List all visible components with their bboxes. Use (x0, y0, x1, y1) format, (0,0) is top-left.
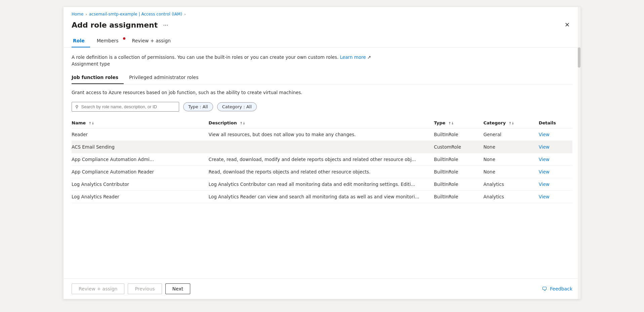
cell-type: BuiltInRole (434, 166, 483, 178)
name-sort-icon[interactable]: ↑↓ (89, 121, 94, 125)
col-description: Description ↑↓ (209, 118, 434, 128)
cell-description (209, 141, 434, 153)
col-name: Name ↑↓ (72, 118, 209, 128)
tab-role[interactable]: Role (72, 35, 90, 47)
view-link[interactable]: View (539, 132, 550, 137)
roles-table-container: Name ↑↓ Description ↑↓ Type ↑↓ Categor (72, 118, 572, 203)
sub-tab-privileged-admin[interactable]: Privileged administrator roles (129, 72, 204, 84)
role-description: A role definition is a collection of per… (72, 54, 572, 60)
table-header-row: Name ↑↓ Description ↑↓ Type ↑↓ Categor (72, 118, 572, 128)
filter-row: ⚲ Type : All Category : All (72, 102, 572, 112)
cell-details: View (539, 191, 572, 203)
view-link[interactable]: View (539, 194, 550, 199)
next-button[interactable]: Next (165, 283, 191, 294)
cell-description: Log Analytics Contributor can read all m… (209, 178, 434, 191)
cell-details: View (539, 128, 572, 141)
breadcrumb-chevron-2: › (184, 12, 186, 16)
feedback-button[interactable]: 🗨 Feedback (542, 286, 572, 292)
col-category: Category ↑↓ (483, 118, 538, 128)
table-row[interactable]: Log Analytics ContributorLog Analytics C… (72, 178, 572, 191)
view-link[interactable]: View (539, 144, 550, 150)
view-link[interactable]: View (539, 169, 550, 174)
tab-review-assign[interactable]: Review + assign (131, 35, 176, 47)
cell-type: BuiltInRole (434, 191, 483, 203)
breadcrumb-chevron-1: › (85, 12, 87, 16)
table-body: ReaderView all resources, but does not a… (72, 128, 572, 203)
scrollbar-thumb[interactable] (578, 47, 580, 68)
add-role-assignment-panel: Home › acsemail-smtp-example | Access co… (63, 7, 581, 299)
assignment-type-label: Assignment type (72, 61, 572, 67)
cell-description: Create, read, download, modify and delet… (209, 153, 434, 166)
cell-description: View all resources, but does not allow y… (209, 128, 434, 141)
cell-type: CustomRole (434, 141, 483, 153)
cell-category: Analytics (483, 178, 538, 191)
panel-title-row: Add role assignment ··· (72, 21, 170, 29)
tab-members[interactable]: Members (95, 35, 125, 47)
ellipsis-button[interactable]: ··· (161, 21, 170, 29)
cell-details: View (539, 141, 572, 153)
cell-category: None (483, 141, 538, 153)
grant-text: Grant access to Azure resources based on… (72, 90, 572, 95)
view-link[interactable]: View (539, 157, 550, 162)
sub-tabs: Job function roles Privileged administra… (72, 72, 572, 84)
panel-body: A role definition is a collection of per… (64, 48, 580, 278)
breadcrumb: Home › acsemail-smtp-example | Access co… (64, 7, 580, 18)
footer-left-buttons: Review + assign Previous Next (72, 283, 190, 294)
learn-more-link[interactable]: Learn more (340, 54, 366, 60)
cell-details: View (539, 153, 572, 166)
cell-category: Analytics (483, 191, 538, 203)
cell-description: Read, download the reports objects and r… (209, 166, 434, 178)
cell-name: Log Analytics Reader (72, 191, 209, 203)
table-row[interactable]: App Compliance Automation ReaderRead, do… (72, 166, 572, 178)
close-button[interactable]: ✕ (562, 21, 572, 29)
panel-header: Add role assignment ··· ✕ (64, 18, 580, 35)
cell-name: App Compliance Automation Reader (72, 166, 209, 178)
members-dot (123, 37, 125, 40)
type-filter-pill[interactable]: Type : All (183, 102, 213, 111)
feedback-person-icon: 🗨 (542, 286, 547, 292)
table-row[interactable]: ReaderView all resources, but does not a… (72, 128, 572, 141)
search-icon: ⚲ (75, 104, 79, 109)
previous-button[interactable]: Previous (128, 283, 162, 294)
cell-category: None (483, 166, 538, 178)
type-sort-icon[interactable]: ↑↓ (448, 121, 454, 125)
cell-name: App Compliance Automation Admi... (72, 153, 209, 166)
cell-type: BuiltInRole (434, 128, 483, 141)
breadcrumb-home[interactable]: Home (72, 12, 83, 16)
cell-name: Log Analytics Contributor (72, 178, 209, 191)
description-sort-icon[interactable]: ↑↓ (240, 121, 245, 125)
scrollbar-track (578, 7, 580, 299)
cell-name: Reader (72, 128, 209, 141)
category-filter-pill[interactable]: Category : All (217, 102, 257, 111)
cell-category: None (483, 153, 538, 166)
main-tabs: Role Members Review + assign (64, 35, 580, 48)
cell-type: BuiltInRole (434, 153, 483, 166)
table-row[interactable]: Log Analytics ReaderLog Analytics Reader… (72, 191, 572, 203)
panel-footer: Review + assign Previous Next 🗨 Feedback (64, 278, 580, 299)
cell-name: ACS Email Sending (72, 141, 209, 153)
review-assign-button[interactable]: Review + assign (72, 283, 124, 294)
breadcrumb-resource[interactable]: acsemail-smtp-example | Access control (… (89, 12, 182, 16)
table-row[interactable]: ACS Email SendingCustomRoleNoneView (72, 141, 572, 153)
search-box: ⚲ (72, 102, 179, 112)
page-title: Add role assignment (72, 21, 158, 29)
cell-type: BuiltInRole (434, 178, 483, 191)
search-input[interactable] (81, 104, 175, 109)
cell-description: Log Analytics Reader can view and search… (209, 191, 434, 203)
roles-table: Name ↑↓ Description ↑↓ Type ↑↓ Categor (72, 118, 572, 203)
cell-category: General (483, 128, 538, 141)
cell-details: View (539, 166, 572, 178)
col-type: Type ↑↓ (434, 118, 483, 128)
table-row[interactable]: App Compliance Automation Admi...Create,… (72, 153, 572, 166)
sub-tab-job-function[interactable]: Job function roles (72, 72, 124, 84)
category-sort-icon[interactable]: ↑↓ (509, 121, 514, 125)
cell-details: View (539, 178, 572, 191)
col-details: Details (539, 118, 572, 128)
view-link[interactable]: View (539, 182, 550, 187)
